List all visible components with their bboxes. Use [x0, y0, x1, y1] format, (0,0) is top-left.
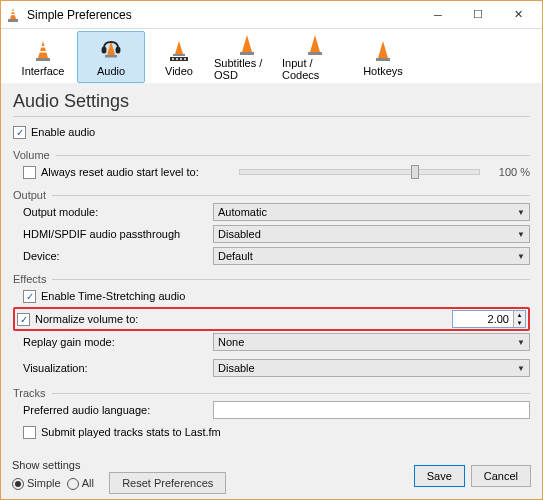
visualization-combo[interactable]: Disable▼: [213, 359, 530, 377]
svg-marker-19: [242, 35, 252, 52]
svg-marker-12: [175, 41, 183, 54]
replay-gain-label: Replay gain mode:: [23, 336, 213, 348]
tab-video[interactable]: Video: [145, 31, 213, 83]
chevron-down-icon: ▼: [517, 252, 525, 261]
divider: [13, 116, 530, 117]
tab-label: Video: [165, 65, 193, 77]
film-icon: [165, 37, 193, 65]
svg-point-18: [184, 58, 186, 60]
visualization-label: Visualization:: [23, 362, 213, 374]
chevron-down-icon: ▼: [517, 364, 525, 373]
spinner-up[interactable]: ▲: [514, 311, 525, 319]
close-button[interactable]: ✕: [498, 3, 538, 27]
svg-rect-24: [376, 58, 390, 61]
device-label: Device:: [23, 250, 213, 262]
timestretch-label: Enable Time-Stretching audio: [41, 290, 185, 302]
normalize-value: 2.00: [453, 311, 513, 327]
section-tracks: Tracks: [13, 387, 46, 399]
slider-thumb[interactable]: [411, 165, 419, 179]
maximize-button[interactable]: ☐: [458, 3, 498, 27]
device-combo[interactable]: Default▼: [213, 247, 530, 265]
minimize-button[interactable]: ─: [418, 3, 458, 27]
footer: Show settings Simple All Reset Preferenc…: [0, 458, 543, 494]
cone-icon: [233, 33, 261, 57]
svg-rect-6: [38, 51, 48, 53]
svg-point-11: [116, 47, 121, 54]
replay-gain-combo[interactable]: None▼: [213, 333, 530, 351]
start-level-slider[interactable]: [239, 169, 480, 175]
normalize-row: Normalize volume to: 2.00 ▲▼: [13, 307, 530, 331]
spinner-down[interactable]: ▼: [514, 319, 525, 327]
timestretch-checkbox[interactable]: [23, 290, 36, 303]
chevron-down-icon: ▼: [517, 208, 525, 217]
tab-hotkeys[interactable]: Hotkeys: [349, 31, 417, 83]
svg-rect-20: [240, 52, 254, 55]
category-toolbar: Interface Audio Video Subtitles / OSD In…: [1, 29, 542, 83]
normalize-spinner[interactable]: 2.00 ▲▼: [452, 310, 526, 328]
lastfm-label: Submit played tracks stats to Last.fm: [41, 426, 221, 438]
preferred-lang-label: Preferred audio language:: [23, 404, 213, 416]
enable-audio-row[interactable]: Enable audio: [13, 121, 530, 143]
tab-label: Audio: [97, 65, 125, 77]
output-module-label: Output module:: [23, 206, 213, 218]
svg-rect-7: [36, 58, 50, 61]
enable-audio-label: Enable audio: [31, 126, 95, 138]
lastfm-checkbox[interactable]: [23, 426, 36, 439]
cone-icon: [369, 37, 397, 65]
svg-rect-1: [11, 11, 16, 12]
svg-rect-22: [308, 52, 322, 55]
svg-point-17: [180, 58, 182, 60]
svg-point-15: [172, 58, 174, 60]
svg-marker-23: [378, 41, 388, 58]
chevron-down-icon: ▼: [517, 230, 525, 239]
svg-point-10: [102, 47, 107, 54]
always-reset-label: Always reset audio start level to:: [41, 166, 231, 178]
section-volume: Volume: [13, 149, 50, 161]
headphones-icon: [97, 37, 125, 65]
tab-label: Subtitles / OSD: [214, 57, 280, 81]
tab-audio[interactable]: Audio: [77, 31, 145, 83]
page-title: Audio Settings: [1, 83, 542, 114]
tab-label: Input / Codecs: [282, 57, 348, 81]
svg-marker-4: [38, 41, 48, 58]
svg-rect-5: [39, 46, 47, 48]
svg-rect-13: [173, 54, 185, 56]
svg-marker-21: [310, 35, 320, 52]
window-title: Simple Preferences: [27, 8, 418, 22]
enable-audio-checkbox[interactable]: [13, 126, 26, 139]
reset-preferences-button[interactable]: Reset Preferences: [109, 472, 226, 494]
preferred-lang-input[interactable]: [213, 401, 530, 419]
cone-icon: [301, 33, 329, 57]
radio-simple[interactable]: [12, 478, 24, 490]
start-level-percent: 100 %: [488, 166, 530, 178]
tab-subtitles[interactable]: Subtitles / OSD: [213, 31, 281, 83]
chevron-down-icon: ▼: [517, 338, 525, 347]
tab-input[interactable]: Input / Codecs: [281, 31, 349, 83]
tab-label: Hotkeys: [363, 65, 403, 77]
output-module-combo[interactable]: Automatic▼: [213, 203, 530, 221]
vlc-icon: [5, 7, 21, 23]
svg-rect-2: [10, 14, 16, 15]
show-settings-label: Show settings: [12, 458, 408, 472]
section-output: Output: [13, 189, 46, 201]
svg-rect-9: [105, 55, 117, 58]
svg-marker-0: [10, 8, 16, 19]
cone-icon: [29, 37, 57, 65]
section-effects: Effects: [13, 273, 46, 285]
always-reset-checkbox[interactable]: [23, 166, 36, 179]
tab-label: Interface: [22, 65, 65, 77]
save-button[interactable]: Save: [414, 465, 465, 487]
normalize-label: Normalize volume to:: [35, 313, 219, 325]
titlebar: Simple Preferences ─ ☐ ✕: [1, 1, 542, 29]
svg-rect-3: [8, 19, 18, 22]
spdif-label: HDMI/SPDIF audio passthrough: [23, 228, 213, 240]
normalize-checkbox[interactable]: [17, 313, 30, 326]
svg-point-16: [176, 58, 178, 60]
tab-interface[interactable]: Interface: [9, 31, 77, 83]
spdif-combo[interactable]: Disabled▼: [213, 225, 530, 243]
cancel-button[interactable]: Cancel: [471, 465, 531, 487]
radio-all[interactable]: [67, 478, 79, 490]
